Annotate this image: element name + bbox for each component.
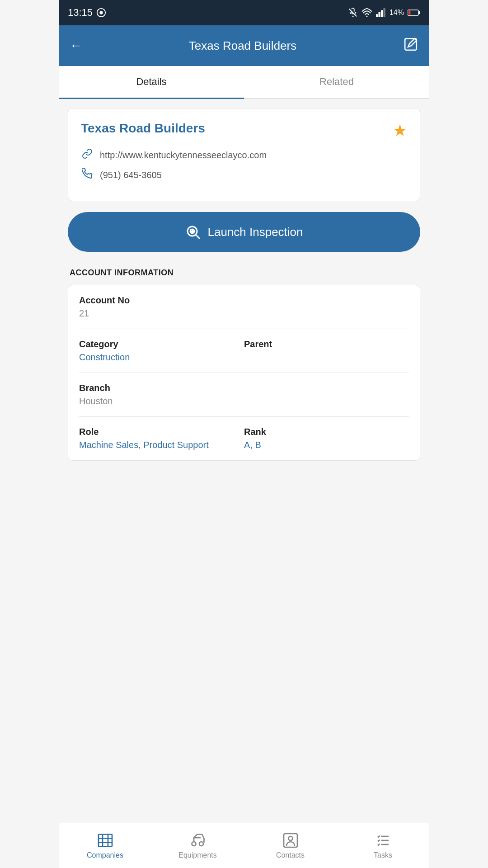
equipments-label: Equipments	[178, 851, 217, 859]
nav-companies[interactable]: Companies	[59, 823, 151, 868]
main-content: Texas Road Builders ★ http://www.kentuck…	[59, 99, 429, 481]
companies-label: Companies	[87, 851, 123, 859]
tab-related[interactable]: Related	[244, 66, 429, 99]
favorite-star[interactable]: ★	[393, 121, 407, 140]
svg-rect-4	[378, 12, 380, 17]
launch-inspection-button[interactable]: Launch Inspection	[68, 212, 420, 252]
rank-label: Rank	[244, 427, 409, 437]
account-no-row: Account No 21	[79, 285, 409, 329]
nav-tasks[interactable]: Tasks	[337, 823, 429, 868]
contacts-icon	[282, 832, 299, 849]
bottom-nav: Companies Equipments Contacts Tasks	[59, 823, 429, 868]
rank-value[interactable]: A, B	[244, 440, 409, 450]
status-time: 13:15	[68, 7, 106, 19]
page-title: Texas Road Builders	[189, 39, 296, 53]
edit-icon	[403, 37, 418, 52]
company-card: Texas Road Builders ★ http://www.kentuck…	[68, 108, 420, 201]
branch-row: Branch Houston	[79, 373, 409, 417]
nav-equipments[interactable]: Equipments	[151, 823, 244, 868]
contacts-label: Contacts	[276, 851, 305, 859]
account-section-header: ACCOUNT INFORMATION	[68, 268, 420, 278]
branch-label: Branch	[79, 383, 409, 393]
category-parent-row: Category Construction Parent	[79, 329, 409, 373]
signal-icon	[376, 8, 386, 18]
edit-button[interactable]	[403, 37, 418, 55]
back-button[interactable]: ←	[70, 38, 82, 53]
launch-icon	[185, 224, 201, 240]
phone-value[interactable]: (951) 645-3605	[100, 170, 162, 180]
tabs-container: Details Related	[59, 66, 429, 99]
svg-point-16	[199, 842, 203, 846]
battery-icon	[408, 9, 420, 16]
company-card-header: Texas Road Builders ★	[81, 121, 407, 140]
wifi-icon	[361, 8, 372, 18]
tasks-label: Tasks	[374, 851, 392, 859]
location-service-icon	[96, 8, 106, 18]
parent-col: Parent	[244, 339, 409, 363]
svg-point-1	[99, 11, 103, 14]
tab-details[interactable]: Details	[59, 66, 244, 99]
role-value[interactable]: Machine Sales, Product Support	[79, 440, 244, 450]
svg-rect-10	[405, 38, 417, 50]
website-icon	[81, 148, 94, 162]
account-no-label: Account No	[79, 295, 409, 306]
website-row: http://www.kentuckytennesseeclayco.com	[81, 148, 407, 162]
company-name: Texas Road Builders	[81, 121, 205, 136]
category-col: Category Construction	[79, 339, 244, 363]
header: ← Texas Road Builders	[59, 25, 429, 66]
category-value[interactable]: Construction	[79, 352, 244, 363]
role-col: Role Machine Sales, Product Support	[79, 427, 244, 450]
parent-label: Parent	[244, 339, 409, 349]
svg-rect-6	[383, 8, 385, 17]
role-label: Role	[79, 427, 244, 437]
svg-point-2	[366, 16, 367, 17]
account-no-value: 21	[79, 308, 409, 319]
tasks-icon	[375, 832, 391, 849]
phone-row: (951) 645-3605	[81, 168, 407, 182]
svg-line-12	[196, 235, 200, 239]
account-info-card: Account No 21 Category Construction Pare…	[68, 285, 420, 461]
phone-icon	[81, 168, 94, 182]
status-icons: 14%	[348, 8, 420, 18]
svg-rect-9	[408, 11, 411, 15]
website-value[interactable]: http://www.kentuckytennesseeclayco.com	[100, 150, 267, 160]
svg-rect-14	[99, 834, 112, 846]
svg-point-15	[192, 842, 196, 846]
companies-icon	[97, 832, 113, 849]
svg-rect-8	[419, 11, 420, 14]
battery-level: 14%	[389, 9, 404, 17]
role-rank-row: Role Machine Sales, Product Support Rank…	[79, 417, 409, 460]
svg-rect-3	[376, 14, 378, 17]
nav-contacts[interactable]: Contacts	[244, 823, 337, 868]
svg-rect-5	[381, 10, 383, 17]
rank-col: Rank A, B	[244, 427, 409, 450]
status-bar: 13:15 14%	[59, 0, 429, 25]
mute-icon	[348, 8, 358, 18]
category-label: Category	[79, 339, 244, 349]
equipments-icon	[190, 832, 206, 849]
branch-value: Houston	[79, 396, 409, 406]
svg-point-18	[288, 836, 292, 840]
